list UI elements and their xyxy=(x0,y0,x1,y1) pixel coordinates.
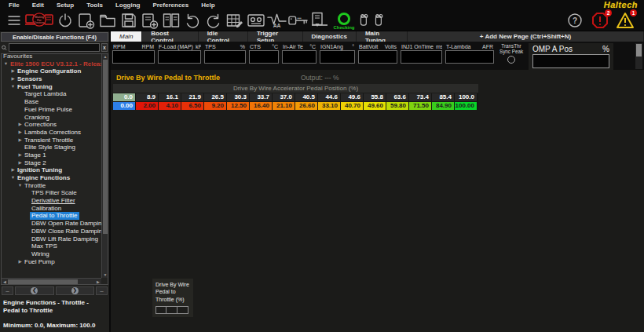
tree-item-elite-1500-ecu-v3-12-1-release[interactable]: ▼Elite 1500 ECU V3.12.1 - Release xyxy=(2,60,101,68)
open-folder-icon[interactable] xyxy=(97,10,118,31)
search-input[interactable] xyxy=(9,43,100,52)
tree-item-dbw-open-rate-damping[interactable]: DBW Open Rate Damping xyxy=(2,220,101,228)
tree-item-corrections[interactable]: ▶Corrections xyxy=(2,121,101,129)
tree-expanded-icon[interactable]: ▼ xyxy=(3,60,9,68)
tree-vertical-scrollbar[interactable]: ▲ ▼ xyxy=(101,54,108,278)
device-module-icon[interactable] xyxy=(245,10,266,31)
value-cell[interactable]: 26.60 xyxy=(295,102,317,110)
axis-cell[interactable]: 40.5 xyxy=(295,93,317,101)
tree-item-fuel-prime-pulse[interactable]: Fuel Prime Pulse xyxy=(2,106,101,114)
add-new-page-tab[interactable]: + Add New Page (Ctrl+Shift+N) xyxy=(408,31,643,42)
undo-icon[interactable] xyxy=(181,10,203,31)
menu-preferences[interactable]: Preferences xyxy=(146,2,195,9)
axis-cell[interactable]: 73.4 xyxy=(409,93,431,101)
tree-item-dbw-lift-rate-damping[interactable]: DBW Lift Rate Damping xyxy=(2,235,101,243)
tree-horizontal-scrollbar[interactable]: ◀ ▶ xyxy=(2,278,101,284)
mini-table-cell[interactable] xyxy=(156,306,166,314)
value-cell[interactable]: 4.10 xyxy=(159,102,181,110)
tab-main[interactable]: Main xyxy=(111,31,141,42)
tab-boost-control[interactable]: Boost Control xyxy=(142,31,197,42)
axis-cell[interactable]: 100.0 xyxy=(455,93,477,101)
mini-table-panel[interactable]: Drive By Wire Pedal to Throttle (%) xyxy=(152,279,193,317)
value-cell[interactable]: 2.00 xyxy=(136,102,158,110)
value-cell[interactable]: 49.60 xyxy=(364,102,386,110)
scroll-left-icon[interactable]: ◀ xyxy=(2,279,8,285)
mini-table-cell[interactable] xyxy=(177,306,188,314)
axis-cell[interactable]: 44.6 xyxy=(318,93,340,101)
navigate-forward-button[interactable]: ❯ xyxy=(56,286,95,295)
collapse-left-button[interactable]: ‒ xyxy=(2,286,13,295)
tree-item-base[interactable]: Base xyxy=(2,98,101,106)
checking-status-icon[interactable]: Checking xyxy=(330,10,358,31)
tree-item-engine-functions[interactable]: ▼Engine Functions xyxy=(2,174,101,182)
tree-item-throttle[interactable]: ▼Throttle xyxy=(2,182,101,190)
value-cell[interactable]: 21.10 xyxy=(273,102,295,110)
tree-item-dbw-close-rate-damping[interactable]: DBW Close Rate Damping xyxy=(2,228,101,235)
value-cell[interactable]: 12.50 xyxy=(227,102,249,110)
tree-expanded-icon[interactable]: ▼ xyxy=(10,83,16,91)
gauge-battvolt[interactable]: BattVoltVolts xyxy=(358,43,397,70)
tree-expanded-icon[interactable]: ▼ xyxy=(10,174,16,182)
menu-help[interactable]: Help xyxy=(195,2,221,9)
edit-table-icon[interactable] xyxy=(224,10,245,31)
tree-collapsed-icon[interactable]: ▶ xyxy=(17,151,23,159)
tab-idle-control[interactable]: Idle Control xyxy=(199,31,247,42)
collapse-right-button[interactable]: ‒ xyxy=(96,286,108,295)
tab-diagnostics[interactable]: Diagnostics xyxy=(303,31,356,42)
favourites-label[interactable]: Favourites xyxy=(2,54,101,60)
gauge-f-load-map-[interactable]: F-Load (MAP)kPa xyxy=(158,43,201,70)
waiting-for-devices-icon[interactable]: WaitingForDevices xyxy=(24,10,54,31)
tab-trigger-setup[interactable]: Trigger Setup xyxy=(248,31,302,42)
axis-cell[interactable]: 8.9 xyxy=(136,93,158,101)
tree-item-transient-throttle[interactable]: ▶Transient Throttle xyxy=(2,137,101,144)
tree-collapsed-icon[interactable]: ▶ xyxy=(10,67,16,75)
scroll-up-icon[interactable]: ▲ xyxy=(102,54,108,60)
tree-collapsed-icon[interactable]: ▶ xyxy=(10,166,16,174)
axis-cell[interactable]: 16.1 xyxy=(159,93,181,101)
tree-collapsed-icon[interactable]: ▶ xyxy=(17,159,23,167)
tree-item-sensors[interactable]: ▶Sensors xyxy=(2,75,101,83)
value-cell[interactable]: 0.00 xyxy=(113,102,135,110)
tree-item-derivative-filter[interactable]: Derivative Filter xyxy=(2,197,101,205)
value-cell[interactable]: 33.10 xyxy=(318,102,340,110)
warning-alert-icon[interactable]: 1 xyxy=(616,11,635,30)
value-cell[interactable]: 6.50 xyxy=(181,102,203,110)
navigate-back-button[interactable]: ❮ xyxy=(15,286,54,295)
stop-alert-icon[interactable]: 2 xyxy=(591,11,609,30)
export-file-icon[interactable] xyxy=(139,10,160,31)
send-to-device-icon[interactable] xyxy=(309,10,330,31)
value-cell[interactable]: 59.80 xyxy=(386,102,408,110)
axis-cell[interactable]: 63.6 xyxy=(386,93,408,101)
value-cell[interactable]: 84.90 xyxy=(432,102,454,110)
tree-item-fuel-pump[interactable]: ▶Fuel Pump xyxy=(2,258,101,266)
tree-expanded-icon[interactable]: ▼ xyxy=(17,182,23,190)
tree-collapsed-icon[interactable]: ▶ xyxy=(17,258,23,266)
can-devices-icon[interactable] xyxy=(358,10,388,31)
tree-collapsed-icon[interactable]: ▶ xyxy=(17,137,23,144)
tree-item-elite-style-staging[interactable]: Elite Style Staging xyxy=(2,144,101,151)
mini-table-cell[interactable] xyxy=(166,306,177,314)
tree-item-lambda-corrections[interactable]: ▶Lambda Corrections xyxy=(2,129,101,137)
value-cell[interactable]: 16.40 xyxy=(250,102,272,110)
gauge-rpm[interactable]: RPMRPM xyxy=(112,43,155,70)
menu-logging[interactable]: Logging xyxy=(109,2,147,9)
tree-item-cranking[interactable]: Cranking xyxy=(2,114,101,122)
axis-cell[interactable]: 85.4 xyxy=(432,93,454,101)
tree-item-ignition-tuning[interactable]: ▶Ignition Tuning xyxy=(2,166,101,174)
compare-pages-icon[interactable] xyxy=(160,10,181,31)
tree-item-tps-filter-scale[interactable]: TPS Filter Scale xyxy=(2,189,101,197)
tree-item-engine-configuration[interactable]: ▶Engine Configuration xyxy=(2,67,101,75)
axis-cell[interactable]: 0.0 xyxy=(113,93,135,101)
help-icon[interactable]: ? xyxy=(565,11,584,30)
value-cell[interactable]: 71.50 xyxy=(409,102,431,110)
power-icon[interactable] xyxy=(54,10,75,31)
search-clear-button[interactable]: x xyxy=(101,43,108,52)
strip-vertical-scrollbar[interactable] xyxy=(635,43,642,69)
axis-cell[interactable]: 30.3 xyxy=(227,93,249,101)
tree-collapsed-icon[interactable]: ▶ xyxy=(17,121,23,129)
axis-cell[interactable]: 21.9 xyxy=(181,93,203,101)
scroll-thumb[interactable] xyxy=(636,44,642,57)
tree-item-max-tps[interactable]: Max TPS xyxy=(2,243,101,250)
tree-item-stage-1[interactable]: ▶Stage 1 xyxy=(2,151,101,159)
waveform-icon[interactable]: AA xyxy=(266,10,287,31)
